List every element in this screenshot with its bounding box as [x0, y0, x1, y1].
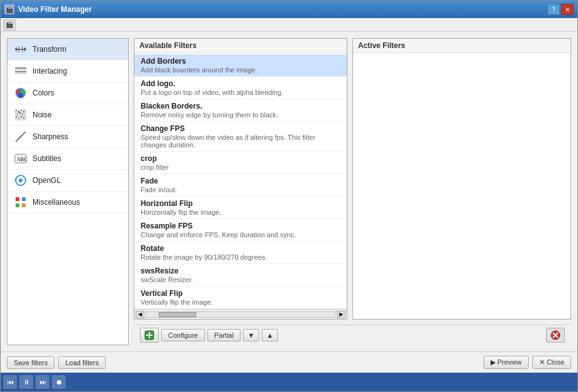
sidebar-item-label-noise: Noise — [32, 110, 52, 119]
filter-item-name: Change FPS — [141, 124, 341, 133]
active-filters-header: Active Filters — [353, 39, 571, 53]
filter-item[interactable]: swsResize swScale Resizer. — [134, 264, 347, 287]
filter-item[interactable]: Add logo. Put a logo on top of video, wi… — [134, 77, 347, 99]
svg-rect-23 — [21, 116, 22, 117]
filter-item-desc: Change and enforce FPS. Keep duration an… — [141, 231, 341, 238]
filter-item-desc: Put a logo on top of video, with alpha b… — [141, 89, 341, 96]
sidebar-item-label-colors: Colors — [32, 89, 54, 97]
subtitles-icon: ABC — [14, 152, 27, 165]
filter-item[interactable]: crop crop filter — [134, 152, 347, 174]
taskbar-icon-0[interactable]: ⏮ — [3, 375, 17, 389]
scroll-track[interactable] — [146, 311, 336, 318]
svg-rect-32 — [22, 197, 26, 201]
filter-item[interactable]: Change FPS Speed up/slow down the video … — [134, 122, 347, 152]
partial-button[interactable]: Partial — [207, 329, 241, 341]
filter-item-desc: Add black boarders around the image. — [141, 66, 341, 74]
filter-item-name: swsResize — [141, 267, 341, 275]
svg-rect-16 — [21, 110, 22, 111]
menu-icon[interactable]: 🎬 — [3, 19, 16, 31]
taskbar-icon-1[interactable]: ⏸ — [19, 375, 33, 389]
scroll-left-btn[interactable]: ◀ — [136, 311, 144, 318]
filter-toolbar: Configure Partial ▼ ▲ — [134, 325, 571, 345]
scroll-right-btn[interactable]: ▶ — [337, 311, 346, 318]
filter-item[interactable]: Horizontal Flip Horizontally flip the im… — [134, 197, 347, 219]
filter-item-desc: Remove noisy edge by turning them to bla… — [141, 111, 341, 119]
svg-rect-15 — [18, 111, 19, 112]
filter-item[interactable]: Resample FPS Change and enforce FPS. Kee… — [134, 219, 347, 242]
filter-item-name: Vertical Flip — [141, 289, 341, 298]
colors-icon — [14, 86, 27, 100]
close-label: Close — [547, 358, 564, 366]
sidebar-item-interlacing[interactable]: Interlacing — [7, 61, 128, 82]
close-icon: ✕ — [539, 358, 545, 366]
taskbar-icon-2[interactable]: ⏭ — [36, 375, 49, 389]
move-up-button[interactable]: ▲ — [262, 329, 278, 341]
titlebar-left: 🎬 Video Filter Manager — [4, 4, 92, 14]
close-window-button[interactable]: ✕ — [561, 4, 574, 15]
titlebar: 🎬 Video Filter Manager ? ✕ — [1, 1, 577, 18]
filter-item-name: Add Borders — [141, 57, 341, 66]
remove-filter-button[interactable] — [546, 328, 565, 343]
interlacing-icon — [14, 64, 27, 78]
sidebar-item-label-subtitles: Subtitles — [32, 154, 61, 163]
taskbar-icon-3[interactable]: ⏺ — [52, 375, 66, 389]
main-panel: Transform Interlacing — [1, 32, 577, 351]
sidebar-item-miscellaneous[interactable]: Miscellaneous — [7, 192, 128, 213]
sidebar-item-label-transform: Transform — [32, 45, 66, 54]
filter-item-name: Rotate — [141, 244, 341, 253]
filter-item-name: Add logo. — [141, 79, 341, 88]
svg-rect-14 — [16, 110, 17, 111]
add-filter-button[interactable] — [140, 328, 159, 343]
save-filters-button[interactable]: Save filters — [7, 356, 54, 369]
svg-line-26 — [17, 135, 22, 140]
svg-rect-24 — [23, 117, 24, 119]
svg-rect-19 — [19, 112, 21, 114]
sidebar-item-colors[interactable]: Colors — [7, 82, 128, 104]
configure-button[interactable]: Configure — [161, 329, 205, 341]
app-icon: 🎬 — [4, 4, 14, 14]
svg-rect-20 — [22, 114, 23, 115]
available-filters-list: Add Borders Add black boarders around th… — [134, 53, 347, 309]
sharpness-icon — [14, 130, 27, 144]
sidebar-item-label-interlacing: Interlacing — [32, 67, 67, 76]
svg-rect-22 — [18, 117, 19, 119]
filter-item[interactable]: Blacken Borders. Remove noisy edge by tu… — [134, 99, 347, 122]
sidebar-item-opengl[interactable]: OpenGL — [7, 170, 128, 192]
filter-item-desc: Rotate the image by 90/180/270 degrees. — [141, 253, 341, 261]
filter-item[interactable]: Add Borders Add black boarders around th… — [134, 54, 347, 77]
scrollbar-area: ◀ ▶ — [134, 309, 347, 319]
sidebar-item-label-sharpness: Sharpness — [32, 132, 68, 141]
close-button[interactable]: ✕ Close — [532, 356, 571, 369]
filters-area: Available Filters Add Borders Add black … — [134, 38, 571, 345]
active-filters-panel: Active Filters — [352, 38, 571, 320]
titlebar-buttons: ? ✕ — [547, 4, 574, 15]
filter-item-desc: crop filter — [141, 164, 341, 171]
load-filters-button[interactable]: Load filters — [58, 356, 106, 369]
move-down-button[interactable]: ▼ — [243, 329, 259, 341]
filter-item[interactable]: Rotate Rotate the image by 90/180/270 de… — [134, 242, 347, 264]
window-title: Video Filter Manager — [18, 5, 92, 14]
filter-item-desc: Horizontally flip the image. — [141, 208, 341, 216]
filter-item[interactable]: Vertical Flip Vertically flip the image. — [134, 287, 347, 309]
svg-rect-21 — [16, 116, 17, 117]
help-button[interactable]: ? — [547, 4, 560, 15]
svg-rect-31 — [16, 197, 19, 201]
sidebar-item-sharpness[interactable]: Sharpness — [7, 126, 128, 148]
sidebar-item-noise[interactable]: Noise — [7, 104, 128, 126]
sidebar: Transform Interlacing — [7, 38, 129, 345]
sidebar-item-label-opengl: OpenGL — [32, 176, 61, 185]
svg-point-12 — [18, 93, 23, 98]
noise-icon — [14, 108, 27, 122]
preview-button[interactable]: ▶ Preview — [484, 356, 529, 369]
miscellaneous-icon — [14, 195, 27, 209]
filter-item-name: Blacken Borders. — [141, 102, 341, 110]
sidebar-item-subtitles[interactable]: ABC Subtitles — [7, 148, 128, 170]
available-filters-panel: Available Filters Add Borders Add black … — [134, 38, 347, 320]
svg-rect-33 — [16, 203, 19, 207]
filter-item[interactable]: Fade Fade in/out. — [134, 174, 347, 197]
filter-item-desc: Fade in/out. — [141, 186, 341, 194]
filter-item-desc: Vertically flip the image. — [141, 298, 341, 306]
bottom-toolbar: Save filters Load filters ▶ Preview ✕ Cl… — [1, 351, 577, 373]
sidebar-item-transform[interactable]: Transform — [7, 39, 128, 61]
preview-label: Preview — [497, 358, 522, 366]
